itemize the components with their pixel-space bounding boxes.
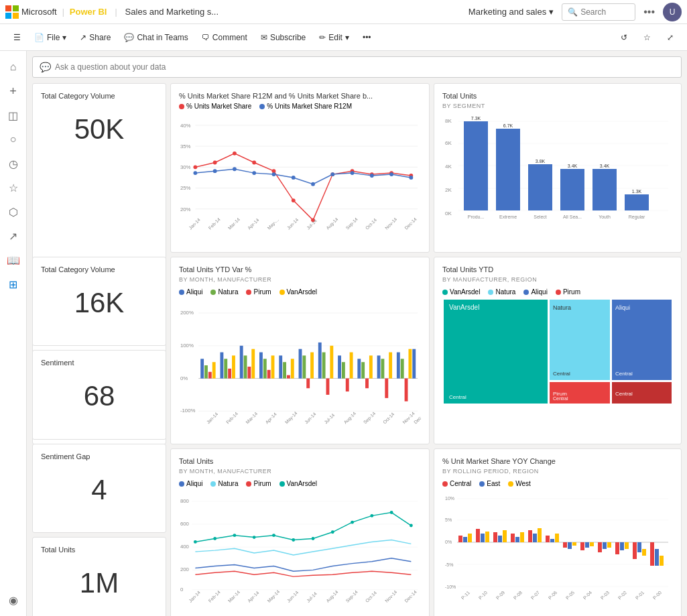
svg-rect-129 [408,349,412,379]
separator: | [62,7,64,17]
svg-text:Aug-14: Aug-14 [343,411,357,425]
svg-text:Sep-14: Sep-14 [345,589,359,603]
svg-rect-204 [476,529,480,542]
favorite-button[interactable]: ☆ [638,30,656,45]
svg-rect-90 [220,353,223,379]
svg-rect-149 [612,300,672,380]
sidebar-item-browse[interactable]: ◫ [3,105,24,126]
report-title: Sales and Marketing s... [125,7,218,17]
yoy-title: % Unit Market Share YOY Change [442,457,673,465]
svg-point-171 [272,534,275,537]
sidebar-item-favorites[interactable]: ☆ [3,177,24,198]
line-chart-legend: % Units Market Share % Units Market Shar… [179,103,421,110]
file-button[interactable]: 📄 File ▾ [29,30,72,45]
avatar[interactable]: U [663,3,682,21]
svg-rect-110 [318,343,322,379]
sidebar-item-learn[interactable]: 📖 [3,249,24,271]
comment-button[interactable]: 🗨 Comment [196,30,253,45]
sidebar-item-shared[interactable]: ↗ [3,225,24,247]
sidebar-item-workspaces[interactable]: ⊞ [3,273,24,295]
svg-text:7.3K: 7.3K [471,116,481,121]
svg-text:May-...: May-... [266,217,279,231]
svg-rect-228 [615,542,619,554]
ytd-legend: VanArsdel Natura Aliqui Pirum [442,288,673,296]
subscribe-button[interactable]: ✉ Subscribe [255,30,311,45]
svg-rect-225 [598,542,602,552]
svg-text:3.4K: 3.4K [568,164,578,168]
left-column-bottom: Total Category Volume 16K Sentiment 68 S… [32,257,166,616]
legend-pirum: Pirum [246,288,271,296]
svg-rect-115 [342,362,345,378]
svg-rect-91 [224,359,227,378]
svg-rect-66 [560,169,584,210]
card-title: Total Category Volume [41,92,158,100]
search-box[interactable]: 🔍 [562,3,635,21]
svg-point-16 [233,151,237,156]
svg-rect-94 [240,346,243,379]
svg-point-172 [292,538,295,542]
card-title: Sentiment [41,359,158,367]
svg-rect-232 [637,542,641,552]
hamburger-button[interactable]: ☰ [8,30,26,45]
svg-rect-235 [655,549,659,566]
dashboard-name-btn[interactable]: Marketing and sales ▾ [469,7,554,17]
svg-rect-2 [5,13,11,19]
sidebar-item-data[interactable]: ○ [3,129,24,150]
svg-point-34 [351,171,355,175]
svg-rect-3 [13,13,19,19]
svg-rect-102 [279,355,282,378]
edit-button[interactable]: ✏ Edit ▾ [314,30,355,45]
sidebar-item-home[interactable]: ⌂ [3,56,24,78]
svg-point-27 [213,169,217,173]
share-button[interactable]: ↗ Share [74,30,116,45]
svg-text:0K: 0K [445,210,452,217]
sidebar-item-recent[interactable]: ◷ [3,153,24,174]
bar-chart-subtitle: BY SEGMENT [442,103,673,109]
svg-text:40%: 40% [180,123,191,129]
svg-text:Apr-14: Apr-14 [247,590,260,603]
card-yoy-change: % Unit Market Share YOY Change BY ROLLIN… [434,448,682,616]
svg-rect-0 [5,5,11,11]
chevron-down-icon: ▾ [549,7,554,17]
svg-rect-210 [511,534,515,542]
ytd-var-svg: 200% 100% 0% -100% [179,300,421,434]
sidebar-item-apps[interactable]: ⬡ [3,201,24,223]
fullscreen-button[interactable]: ⤢ [662,30,679,45]
legend-natura: Natura [488,288,515,296]
legend-item-r12m: % Units Market Share R12M [259,103,352,110]
chat-in-teams-button[interactable]: 💬 Chat in Teams [119,30,193,45]
ytd-var-legend: Aliqui Natura Pirum VanArsdel [179,288,421,296]
svg-text:5%: 5% [445,517,452,522]
svg-text:Dec-14: Dec-14 [403,589,418,603]
svg-rect-112 [326,379,330,395]
svg-text:20%: 20% [180,206,191,212]
legend-aliqui: Aliqui [179,480,202,487]
search-input[interactable] [580,7,627,17]
svg-rect-97 [251,349,255,379]
svg-text:Central: Central [553,396,568,401]
svg-text:Jan-14: Jan-14 [188,590,201,603]
svg-rect-220 [568,542,572,549]
svg-rect-224 [590,542,594,546]
sidebar-item-new[interactable]: + [3,80,24,102]
qa-input[interactable] [55,62,674,72]
svg-text:Jul-14: Jul-14 [306,591,318,603]
svg-point-33 [330,172,334,176]
search-icon: 🔍 [568,7,578,17]
svg-rect-201 [458,536,462,542]
svg-rect-123 [381,359,384,378]
svg-rect-101 [271,355,275,378]
legend-vanarsdel: VanArsdel [279,480,317,487]
legend-vanarsdel: VanArsdel [442,288,480,296]
svg-text:Youth: Youth [599,214,611,219]
refresh-button[interactable]: ↺ [615,30,633,45]
svg-text:1.3K: 1.3K [632,189,642,194]
qa-bar[interactable]: 💬 [32,56,682,78]
more-options-button[interactable]: ••• [643,6,655,18]
ytd-subtitle: BY MANUFACTURER, REGION [442,276,673,283]
svg-rect-114 [338,355,341,378]
sidebar-item-current[interactable]: ◉ [3,589,24,611]
card-sentiment-gap: Sentiment Gap 4 [32,444,166,533]
more-actions-button[interactable]: ••• [357,30,377,45]
svg-rect-62 [496,129,520,210]
